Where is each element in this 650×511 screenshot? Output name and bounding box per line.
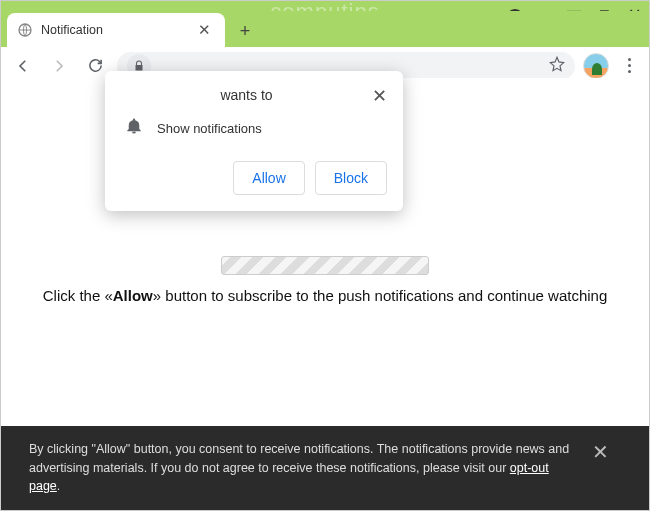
browser-tab[interactable]: Notification ✕ xyxy=(7,13,225,47)
profile-avatar[interactable] xyxy=(583,53,609,79)
loading-bar xyxy=(221,256,429,275)
chrome-menu-button[interactable] xyxy=(617,58,641,73)
block-button[interactable]: Block xyxy=(315,161,387,195)
bookmark-star-icon[interactable] xyxy=(549,56,565,76)
new-tab-button[interactable]: + xyxy=(231,17,259,45)
forward-button[interactable] xyxy=(45,52,73,80)
consent-suffix: . xyxy=(57,479,60,493)
consent-banner: By clicking "Allow" button, you consent … xyxy=(1,426,649,510)
tab-close-icon[interactable]: ✕ xyxy=(194,21,215,39)
consent-text: By clicking "Allow" button, you consent … xyxy=(29,440,576,496)
page-message: Click the «Allow» button to subscribe to… xyxy=(25,287,626,304)
allow-button[interactable]: Allow xyxy=(233,161,304,195)
permission-dialog: wants to ✕ Show notifications Allow Bloc… xyxy=(105,71,403,211)
globe-icon xyxy=(17,22,33,38)
tabs-bar: Notification ✕ + xyxy=(1,11,649,47)
consent-close-icon[interactable]: ✕ xyxy=(592,440,609,464)
permission-title: wants to xyxy=(121,87,372,103)
message-suffix: » button to subscribe to the push notifi… xyxy=(153,287,607,304)
message-prefix: Click the « xyxy=(43,287,113,304)
permission-row: Show notifications xyxy=(121,117,387,139)
consent-prefix: By clicking "Allow" button, you consent … xyxy=(29,442,569,475)
tab-title: Notification xyxy=(41,23,186,37)
message-bold: Allow xyxy=(113,287,153,304)
bell-icon xyxy=(125,117,143,139)
permission-close-icon[interactable]: ✕ xyxy=(372,87,387,105)
back-button[interactable] xyxy=(9,52,37,80)
window-titlebar: computips — ☐ ✕ xyxy=(1,1,649,11)
permission-text: Show notifications xyxy=(157,121,262,136)
